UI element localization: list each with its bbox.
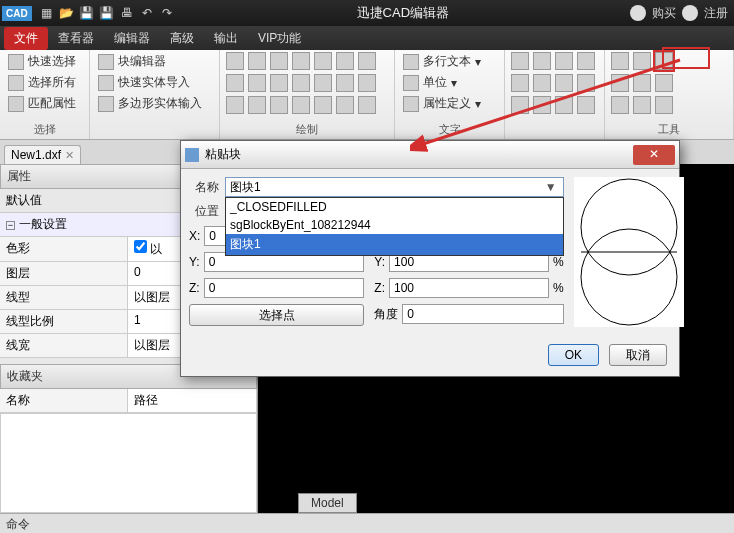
spline-icon[interactable] [336,52,354,70]
poly-icon [98,96,114,112]
print-icon[interactable]: 🖶 [118,4,136,22]
t7-icon[interactable] [611,96,629,114]
array-icon[interactable] [555,96,573,114]
menu-file[interactable]: 文件 [4,27,48,50]
dim-icon[interactable] [226,74,244,92]
units[interactable]: 单位▾ [401,73,498,92]
t1-icon[interactable] [611,52,629,70]
pick-point-button[interactable]: 选择点 [189,304,364,326]
t8-icon[interactable] [633,96,651,114]
block-editor-label: 块编辑器 [118,53,166,70]
attr-def[interactable]: 属性定义▾ [401,94,498,113]
match-props[interactable]: 匹配属性 [6,94,83,113]
buy-link[interactable]: 购买 [652,5,676,22]
t4-icon[interactable] [611,74,629,92]
menu-vip[interactable]: VIP功能 [248,27,311,50]
menu-viewer[interactable]: 查看器 [48,27,104,50]
block-preview [574,177,684,327]
mtext[interactable]: 多行文本▾ [401,52,498,71]
register-link[interactable]: 注册 [704,5,728,22]
quick-import-label: 快速实体导入 [118,74,190,91]
t6-icon[interactable] [655,74,673,92]
move-icon[interactable] [511,52,529,70]
undo-icon[interactable]: ↶ [138,4,156,22]
redo-icon[interactable]: ↷ [158,4,176,22]
arc-icon[interactable] [292,52,310,70]
dropdown-item[interactable]: _CLOSEDFILLED [226,198,563,216]
m4-icon[interactable] [292,96,310,114]
collapse-icon[interactable]: − [6,221,15,230]
saveas-icon[interactable]: 💾 [98,4,116,22]
open-icon[interactable]: 📂 [58,4,76,22]
prop-ltscale-label: 线型比例 [0,310,128,333]
dropdown-item[interactable]: sgBlockByEnt_108212944 [226,216,563,234]
m5-icon[interactable] [314,96,332,114]
paste-block-icon[interactable] [655,52,673,70]
dialog-close-button[interactable]: ✕ [633,145,675,165]
dropdown-item-selected[interactable]: 图块1 [226,234,563,255]
rect-icon[interactable] [270,52,288,70]
extend-icon[interactable] [577,74,595,92]
dim3-icon[interactable] [270,74,288,92]
hatch-icon[interactable] [358,52,376,70]
t2-icon[interactable] [633,52,651,70]
chamfer-icon[interactable] [533,96,551,114]
t5-icon[interactable] [633,74,651,92]
dialog-title: 粘贴块 [205,146,241,163]
chevron-down-icon[interactable]: ▼ [543,180,559,194]
t9-icon[interactable] [655,96,673,114]
coin-icon [630,5,646,21]
match-icon [8,96,24,112]
favorites-list[interactable] [0,413,257,513]
angle-input[interactable] [402,304,563,324]
quick-select[interactable]: 快速选择 [6,52,83,71]
units-label: 单位 [423,74,447,91]
ellipse-icon[interactable] [314,52,332,70]
poly-input[interactable]: 多边形实体输入 [96,94,213,113]
save-icon[interactable]: 💾 [78,4,96,22]
color-checkbox[interactable] [134,240,147,253]
pct-label: % [553,281,564,295]
fillet-icon[interactable] [511,96,529,114]
cancel-button[interactable]: 取消 [609,344,667,366]
group-tool-label: 工具 [611,120,727,137]
offset-icon[interactable] [533,74,551,92]
trim-icon[interactable] [555,74,573,92]
dim5-icon[interactable] [314,74,332,92]
z-input[interactable] [204,278,365,298]
menu-editor[interactable]: 编辑器 [104,27,160,50]
dim6-icon[interactable] [336,74,354,92]
dim4-icon[interactable] [292,74,310,92]
group-text-label: 文字 [401,120,498,137]
break-icon[interactable] [577,96,595,114]
bolt-icon [8,54,24,70]
mirror-icon[interactable] [577,52,595,70]
quick-import[interactable]: 快速实体导入 [96,73,213,92]
rotate-icon[interactable] [533,52,551,70]
attrdef-icon [403,96,419,112]
line-icon[interactable] [226,52,244,70]
select-all[interactable]: 选择所有 [6,73,83,92]
m3-icon[interactable] [270,96,288,114]
menu-advanced[interactable]: 高级 [160,27,204,50]
circle-icon[interactable] [248,52,266,70]
copy-icon[interactable] [511,74,529,92]
menu-output[interactable]: 输出 [204,27,248,50]
block-name-combo[interactable]: 图块1 ▼ _CLOSEDFILLED sgBlockByEnt_1082129… [225,177,564,197]
m6-icon[interactable] [336,96,354,114]
m1-icon[interactable] [226,96,244,114]
m2-icon[interactable] [248,96,266,114]
new-icon[interactable]: ▦ [38,4,56,22]
dim2-icon[interactable] [248,74,266,92]
block-editor[interactable]: 块编辑器 [96,52,213,71]
model-tab[interactable]: Model [298,493,357,513]
scale-z-input[interactable] [389,278,549,298]
name-col: 名称 [0,389,128,412]
mtext-label: 多行文本 [423,53,471,70]
ok-button[interactable]: OK [548,344,599,366]
close-icon[interactable]: ✕ [65,149,74,162]
document-tab[interactable]: New1.dxf ✕ [4,145,81,164]
scale-icon[interactable] [555,52,573,70]
m7-icon[interactable] [358,96,376,114]
dim7-icon[interactable] [358,74,376,92]
